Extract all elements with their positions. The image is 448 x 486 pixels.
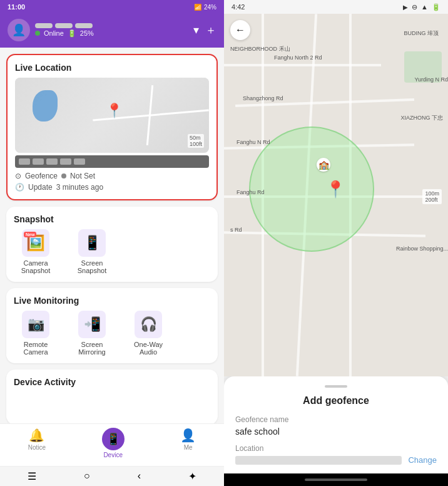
bottom-nav: 🔔 Notice 📱 Device 👤 Me bbox=[0, 423, 224, 466]
play-icon: ▶ bbox=[403, 4, 408, 11]
map-main-pin: 📍 bbox=[325, 180, 345, 199]
screen-mirroring-label: Screen Mirroring bbox=[70, 341, 114, 356]
notice-label: Notice bbox=[28, 444, 46, 451]
timeline-dot bbox=[33, 158, 44, 165]
map-water-blob bbox=[33, 90, 58, 122]
map-label-fanghu: Fanghu Rd bbox=[237, 189, 265, 195]
scroll-content: Live Location 📍 50m100ft ⊙ Geofe bbox=[0, 48, 224, 423]
map-poi-icon: 🏫 bbox=[317, 158, 330, 172]
minus-circle-icon: ⊖ bbox=[412, 3, 417, 11]
map-scale-label: 50m100ft bbox=[188, 134, 204, 148]
live-location-title: Live Location bbox=[15, 63, 209, 73]
right-panel: 4:42 ▶ ⊖ ▲ 🔋 NEIGHBO bbox=[224, 0, 448, 486]
map-label-shangzhong: Shangzhong Rd bbox=[243, 95, 283, 101]
online-battery: Online 🔋 25% bbox=[35, 29, 94, 38]
battery-pct: 25% bbox=[80, 29, 94, 37]
map-view[interactable]: NEIGHBORHOOD 禾山 Fanghu North 2 Rd BUDING… bbox=[224, 14, 448, 376]
left-status-icons: 📶 24% bbox=[194, 4, 216, 11]
change-button[interactable]: Change bbox=[408, 455, 437, 465]
header-user: 👤 Online 🔋 25% bbox=[8, 19, 94, 41]
map-back-button[interactable]: ← bbox=[230, 20, 250, 40]
map-label-xiazhong: XIAZHONG 下忠 bbox=[400, 114, 443, 122]
map-scale-right: 100m200ft bbox=[422, 189, 442, 204]
right-bottom-bar bbox=[224, 473, 448, 486]
update-icon: 🕐 bbox=[15, 183, 24, 192]
screen-snapshot-icon-box: 📱 bbox=[78, 229, 106, 257]
wifi-icon: 📶 bbox=[194, 4, 201, 11]
bottom-sheet: Add geofence Geofence name safe school L… bbox=[224, 376, 448, 473]
remote-camera-item[interactable]: 📷 Remote Camera bbox=[14, 311, 58, 356]
me-label: Me bbox=[184, 444, 193, 451]
map-location-pin: 📍 bbox=[106, 103, 123, 119]
map-label-fanghu-n: Fanghu N Rd bbox=[237, 139, 270, 145]
live-monitoring-card: Live Monitoring 📷 Remote Camera 📲 Screen… bbox=[6, 288, 218, 363]
nav-item-device[interactable]: 📱 Device bbox=[102, 428, 125, 458]
location-row: Change bbox=[235, 455, 437, 465]
live-location-map[interactable]: 📍 50m100ft bbox=[15, 78, 209, 153]
location-value-blurred bbox=[235, 456, 402, 465]
map-label-buding: BUDING 埠顶 bbox=[404, 29, 439, 38]
left-time: 11:00 bbox=[8, 3, 25, 11]
snapshot-card: Snapshot New 🖼️ Camera Snapshot 📱 bbox=[6, 207, 218, 282]
map-full: NEIGHBORHOOD 禾山 Fanghu North 2 Rd BUDING… bbox=[224, 14, 448, 376]
map-label-s: s Rd bbox=[230, 227, 242, 233]
remote-camera-label: Remote Camera bbox=[14, 341, 58, 356]
avatar: 👤 bbox=[8, 19, 30, 41]
app-header: 👤 Online 🔋 25% ▾ ＋ bbox=[0, 14, 224, 48]
one-way-audio-icon-box: 🎧 bbox=[135, 311, 162, 338]
right-status-icons: ▶ ⊖ ▲ 🔋 bbox=[403, 3, 440, 11]
street-fanghu-north bbox=[224, 64, 381, 66]
device-icon: 📱 bbox=[102, 428, 125, 450]
username-dot-2 bbox=[55, 23, 73, 28]
geofence-name-value: safe school bbox=[235, 427, 437, 437]
battery-left: 24% bbox=[204, 4, 216, 11]
left-status-bar: 11:00 📶 24% bbox=[0, 0, 224, 14]
sheet-handle bbox=[325, 385, 347, 388]
map-label-yurding: Yurding N Rd bbox=[414, 76, 448, 83]
geofence-label: Geofence bbox=[25, 172, 58, 180]
live-monitoring-icons: 📷 Remote Camera 📲 Screen Mirroring 🎧 One… bbox=[14, 311, 210, 356]
battery-right-icon: 🔋 bbox=[432, 3, 440, 11]
map-label-rainbow: Rainbow Shopping... bbox=[396, 246, 448, 252]
screen-mirroring-item[interactable]: 📲 Screen Mirroring bbox=[70, 311, 114, 356]
system-nav: ☰ ○ ‹ ✦ bbox=[0, 466, 224, 486]
geofence-icon: ⊙ bbox=[15, 172, 21, 180]
sheet-title: Add geofence bbox=[235, 395, 437, 406]
map-label-neighborhood: NEIGHBORHOOD 禾山 bbox=[230, 45, 290, 53]
camera-snapshot-label: Camera Snapshot bbox=[14, 259, 58, 274]
nav-recent-icon[interactable]: ✦ bbox=[188, 470, 196, 482]
timeline-dot bbox=[46, 158, 58, 165]
add-icon[interactable]: ＋ bbox=[205, 23, 216, 38]
device-activity-card: Device Activity bbox=[6, 370, 218, 423]
geofence-row: ⊙ Geofence Not Set bbox=[15, 172, 209, 180]
nav-home-icon[interactable]: ○ bbox=[84, 470, 90, 482]
camera-snapshot-item[interactable]: New 🖼️ Camera Snapshot bbox=[14, 229, 58, 274]
nav-item-me[interactable]: 👤 Me bbox=[180, 428, 196, 458]
one-way-audio-item[interactable]: 🎧 One-Way Audio bbox=[126, 311, 170, 356]
remote-camera-icon: 📷 bbox=[28, 316, 44, 333]
username-bar bbox=[35, 23, 94, 28]
device-activity-title: Device Activity bbox=[14, 377, 210, 387]
update-time: 3 minutes ago bbox=[56, 183, 103, 192]
geofence-status-dot bbox=[61, 173, 66, 178]
update-row: 🕐 Update 3 minutes ago bbox=[15, 183, 209, 192]
nav-item-notice[interactable]: 🔔 Notice bbox=[28, 428, 46, 458]
screen-snapshot-item[interactable]: 📱 Screen Snapshot bbox=[70, 229, 114, 274]
map-timeline[interactable] bbox=[15, 155, 209, 168]
online-dot bbox=[35, 31, 40, 36]
device-label: Device bbox=[103, 452, 123, 458]
live-monitoring-title: Live Monitoring bbox=[14, 296, 210, 306]
battery-icon: 🔋 bbox=[68, 29, 76, 38]
dropdown-icon[interactable]: ▾ bbox=[193, 23, 199, 37]
snapshot-icons: New 🖼️ Camera Snapshot 📱 Screen Snapshot bbox=[14, 229, 210, 274]
nav-menu-icon[interactable]: ☰ bbox=[28, 470, 36, 482]
screen-snapshot-icon: 📱 bbox=[84, 235, 101, 251]
geofence-circle bbox=[249, 127, 374, 252]
device-activity-content bbox=[14, 392, 210, 417]
username-dot-1 bbox=[35, 23, 53, 28]
map-label-fanghu-north: Fanghu North 2 Rd bbox=[274, 54, 322, 61]
nav-back-icon[interactable]: ‹ bbox=[138, 470, 141, 482]
one-way-audio-icon: 🎧 bbox=[140, 316, 157, 333]
username-dot-3 bbox=[75, 23, 93, 28]
timeline-dot bbox=[19, 158, 30, 165]
